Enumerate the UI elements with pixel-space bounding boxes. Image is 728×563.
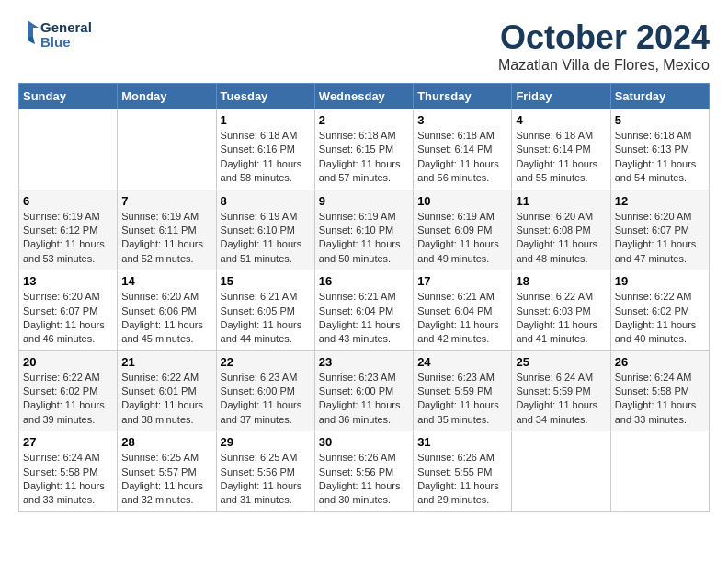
sunrise-text: Sunrise: 6:23 AM: [319, 372, 396, 383]
day-number: 9: [319, 194, 409, 208]
day-number: 30: [319, 435, 409, 449]
calendar-week-row: 20Sunrise: 6:22 AMSunset: 6:02 PMDayligh…: [19, 350, 710, 431]
day-info: Sunrise: 6:23 AMSunset: 6:00 PMDaylight:…: [319, 371, 409, 428]
sunrise-text: Sunrise: 6:25 AM: [221, 452, 298, 463]
calendar-cell: 27Sunrise: 6:24 AMSunset: 5:58 PMDayligh…: [19, 431, 118, 512]
calendar-cell: 8Sunrise: 6:19 AMSunset: 6:10 PMDaylight…: [216, 190, 314, 270]
sunrise-text: Sunrise: 6:22 AM: [516, 291, 593, 302]
daylight-text: Daylight: 11 hours and 37 minutes.: [221, 399, 302, 424]
daylight-text: Daylight: 11 hours and 54 minutes.: [615, 158, 697, 183]
day-number: 20: [23, 355, 113, 369]
sunrise-text: Sunrise: 6:20 AM: [615, 211, 692, 222]
sunrise-text: Sunrise: 6:21 AM: [221, 291, 298, 302]
day-info: Sunrise: 6:19 AMSunset: 6:09 PMDaylight:…: [417, 210, 507, 267]
sunset-text: Sunset: 5:59 PM: [516, 385, 590, 396]
sunrise-text: Sunrise: 6:20 AM: [516, 211, 593, 222]
daylight-text: Daylight: 11 hours and 51 minutes.: [221, 238, 302, 263]
daylight-text: Daylight: 11 hours and 29 minutes.: [417, 480, 499, 505]
daylight-text: Daylight: 11 hours and 44 minutes.: [221, 319, 302, 344]
day-number: 26: [615, 355, 705, 369]
daylight-text: Daylight: 11 hours and 58 minutes.: [221, 158, 302, 183]
day-number: 23: [319, 355, 409, 369]
sunrise-text: Sunrise: 6:24 AM: [516, 372, 593, 383]
logo-container: General Blue: [18, 18, 92, 52]
day-info: Sunrise: 6:19 AMSunset: 6:10 PMDaylight:…: [319, 210, 409, 267]
day-number: 3: [417, 113, 507, 127]
daylight-text: Daylight: 11 hours and 39 minutes.: [23, 399, 105, 424]
sunset-text: Sunset: 6:13 PM: [615, 144, 689, 155]
calendar-cell: 6Sunrise: 6:19 AMSunset: 6:12 PMDaylight…: [19, 190, 118, 270]
calendar-week-row: 27Sunrise: 6:24 AMSunset: 5:58 PMDayligh…: [19, 431, 710, 512]
day-number: 12: [615, 194, 705, 208]
calendar-cell: 19Sunrise: 6:22 AMSunset: 6:02 PMDayligh…: [610, 270, 709, 351]
sunset-text: Sunset: 6:04 PM: [417, 305, 492, 316]
day-info: Sunrise: 6:20 AMSunset: 6:07 PMDaylight:…: [23, 290, 113, 347]
sunset-text: Sunset: 6:02 PM: [615, 305, 689, 316]
day-info: Sunrise: 6:20 AMSunset: 6:08 PMDaylight:…: [516, 210, 606, 267]
calendar-cell: 17Sunrise: 6:21 AMSunset: 6:04 PMDayligh…: [414, 270, 512, 351]
calendar-cell: 28Sunrise: 6:25 AMSunset: 5:57 PMDayligh…: [118, 431, 216, 512]
title-block: October 2024 Mazatlan Villa de Flores, M…: [498, 18, 710, 74]
column-header-tuesday: Tuesday: [216, 84, 314, 109]
sunrise-text: Sunrise: 6:20 AM: [23, 291, 100, 302]
sunrise-text: Sunrise: 6:26 AM: [319, 452, 396, 463]
day-info: Sunrise: 6:21 AMSunset: 6:05 PMDaylight:…: [221, 290, 311, 347]
sunrise-text: Sunrise: 6:19 AM: [417, 211, 495, 222]
calendar-cell: 12Sunrise: 6:20 AMSunset: 6:07 PMDayligh…: [610, 190, 709, 270]
svg-marker-0: [28, 20, 39, 37]
daylight-text: Daylight: 11 hours and 53 minutes.: [23, 238, 105, 263]
day-number: 24: [417, 355, 507, 369]
daylight-text: Daylight: 11 hours and 49 minutes.: [417, 238, 499, 263]
day-info: Sunrise: 6:22 AMSunset: 6:03 PMDaylight:…: [516, 290, 606, 347]
month-year-title: October 2024: [498, 18, 710, 57]
day-number: 11: [516, 194, 606, 208]
day-number: 17: [417, 274, 507, 288]
day-number: 25: [516, 355, 606, 369]
calendar-cell: [512, 431, 610, 512]
calendar-cell: 23Sunrise: 6:23 AMSunset: 6:00 PMDayligh…: [314, 350, 413, 431]
calendar-week-row: 6Sunrise: 6:19 AMSunset: 6:12 PMDaylight…: [19, 190, 710, 270]
calendar-week-row: 13Sunrise: 6:20 AMSunset: 6:07 PMDayligh…: [19, 270, 710, 351]
day-info: Sunrise: 6:20 AMSunset: 6:06 PMDaylight:…: [121, 290, 211, 347]
sunrise-text: Sunrise: 6:21 AM: [319, 291, 396, 302]
sunset-text: Sunset: 6:11 PM: [121, 224, 196, 236]
daylight-text: Daylight: 11 hours and 34 minutes.: [516, 399, 597, 424]
calendar-cell: 26Sunrise: 6:24 AMSunset: 5:58 PMDayligh…: [610, 350, 709, 431]
calendar-cell: 1Sunrise: 6:18 AMSunset: 6:16 PMDaylight…: [216, 109, 314, 190]
day-number: 13: [23, 274, 113, 288]
day-number: 8: [221, 194, 311, 208]
daylight-text: Daylight: 11 hours and 40 minutes.: [615, 319, 697, 344]
day-number: 6: [23, 194, 113, 208]
sunset-text: Sunset: 5:57 PM: [121, 466, 196, 477]
calendar-cell: [610, 431, 709, 512]
sunrise-text: Sunrise: 6:19 AM: [319, 211, 396, 222]
sunset-text: Sunset: 5:56 PM: [221, 466, 295, 477]
sunrise-text: Sunrise: 6:22 AM: [615, 291, 692, 302]
day-number: 27: [23, 435, 113, 449]
sunset-text: Sunset: 5:55 PM: [417, 466, 492, 477]
calendar-cell: 10Sunrise: 6:19 AMSunset: 6:09 PMDayligh…: [414, 190, 512, 270]
sunset-text: Sunset: 6:10 PM: [319, 224, 393, 236]
calendar-cell: 3Sunrise: 6:18 AMSunset: 6:14 PMDaylight…: [414, 109, 512, 190]
daylight-text: Daylight: 11 hours and 42 minutes.: [417, 319, 499, 344]
day-info: Sunrise: 6:18 AMSunset: 6:14 PMDaylight:…: [516, 129, 606, 186]
logo: General Blue: [18, 18, 92, 52]
sunrise-text: Sunrise: 6:19 AM: [23, 211, 100, 222]
sunset-text: Sunset: 5:58 PM: [615, 385, 689, 396]
daylight-text: Daylight: 11 hours and 46 minutes.: [23, 319, 105, 344]
daylight-text: Daylight: 11 hours and 33 minutes.: [615, 399, 697, 424]
calendar-cell: 11Sunrise: 6:20 AMSunset: 6:08 PMDayligh…: [512, 190, 610, 270]
daylight-text: Daylight: 11 hours and 45 minutes.: [121, 319, 203, 344]
daylight-text: Daylight: 11 hours and 50 minutes.: [319, 238, 401, 263]
sunrise-text: Sunrise: 6:18 AM: [221, 130, 298, 141]
sunrise-text: Sunrise: 6:21 AM: [417, 291, 495, 302]
sunset-text: Sunset: 6:09 PM: [417, 224, 492, 236]
daylight-text: Daylight: 11 hours and 38 minutes.: [121, 399, 203, 424]
sunrise-text: Sunrise: 6:22 AM: [121, 372, 199, 383]
day-info: Sunrise: 6:26 AMSunset: 5:55 PMDaylight:…: [417, 451, 507, 508]
sunset-text: Sunset: 6:06 PM: [121, 305, 196, 316]
sunrise-text: Sunrise: 6:23 AM: [221, 372, 298, 383]
calendar-table: SundayMondayTuesdayWednesdayThursdayFrid…: [18, 83, 710, 512]
calendar-cell: 25Sunrise: 6:24 AMSunset: 5:59 PMDayligh…: [512, 350, 610, 431]
sunset-text: Sunset: 6:00 PM: [221, 385, 295, 396]
